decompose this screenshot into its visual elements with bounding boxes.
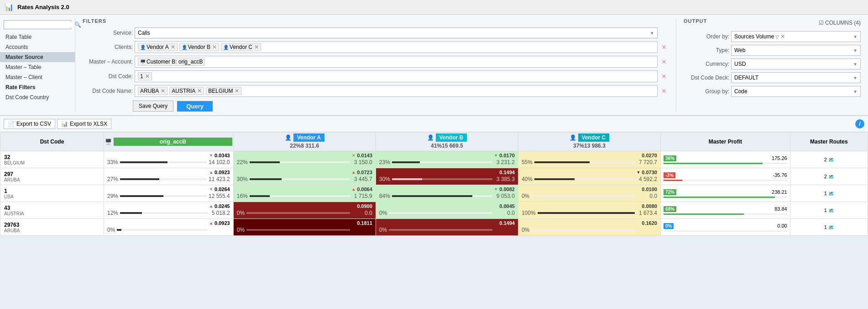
col-header-orig: 🖥️ orig_accB (104, 133, 233, 151)
order-by-label: Order by: (684, 33, 729, 40)
type-select[interactable]: Web ▼ (731, 45, 861, 56)
client-tag-vendor-c: 👤Vendor C✕ (221, 43, 261, 51)
table-row: 43AUSTRIA ▲ 0.0245 12% 5 018.2 0.0900 0%… (0, 202, 868, 219)
dst-code-deck-select[interactable]: DEFAULT ▼ (731, 72, 861, 83)
table-wrapper: Dst Code 🖥️ orig_accB 👤 Vendor A (0, 132, 868, 236)
dst-code-cell: 32BELGIUM (0, 151, 104, 168)
app-icon: 📊 (5, 3, 14, 11)
dst-code-label: Dst Code: (83, 73, 133, 80)
dst-code-name-clear-icon[interactable]: ✕ (659, 87, 669, 95)
export-csv-button[interactable]: 📄 Export to CSV (4, 119, 55, 129)
sort-remove-icon[interactable]: ✕ (780, 33, 785, 40)
currency-select[interactable]: USD ▼ (731, 59, 861, 69)
master-profit-cell: -3% -35.76 (660, 168, 790, 185)
sidebar-item-rate-table[interactable]: Rate Table (0, 32, 75, 42)
dst-code-clear-icon[interactable]: ✕ (659, 73, 669, 80)
order-by-dropdown-arrow: ▼ (853, 34, 858, 39)
query-button[interactable]: Query (177, 101, 213, 112)
vendor-b-rate-cell: 0.1494 30% 3 385.3 (376, 168, 518, 185)
dst-code-deck-dropdown-arrow: ▼ (853, 75, 858, 80)
dst-code-cell: 43AUSTRIA (0, 202, 104, 219)
remove-dst-code[interactable]: ✕ (145, 73, 150, 80)
clients-field: 👤Vendor A✕ 👤Vendor B✕ 👤Vendor C✕ (135, 41, 658, 53)
vendor-b-rate-cell: 0.0045 0% 0.0 (376, 202, 518, 219)
dst-code-cell: 1USA (0, 185, 104, 202)
master-account-tag: 🖥️Customer B: orig_accB (138, 58, 205, 66)
master-profit-cell: 68% 83.84 (660, 202, 790, 219)
vendor-c-rate-cell: ▼ 0.0730 40% 4 592.2 (518, 168, 660, 185)
table-row: 297ARUBA ▲ 0.0923 27% 11 423.2 ▲ 0.0723 … (0, 168, 868, 185)
info-button[interactable]: i (855, 119, 864, 128)
dst-name-austria: AUSTRIA✕ (169, 87, 204, 95)
clients-label: Clients: (83, 44, 133, 50)
master-routes-cell: 1 🗺️ (790, 202, 868, 219)
orig-rate-cell: ▲ 0.0923 0% (104, 219, 233, 236)
filter-row-dst-code-name: Dst Code Name: ARUBA✕ AUSTRIA✕ BELGIUM✕ … (83, 85, 669, 97)
remove-austria[interactable]: ✕ (197, 88, 202, 94)
col-header-master-profit: Master Profit (660, 133, 790, 151)
vendor-c-rate-cell: 0.0080 100% 1 673.4 (518, 202, 660, 219)
sidebar-item-master-source[interactable]: Master Source (0, 52, 75, 62)
filter-row-dst-code: Dst Code: 1✕ ✕ (83, 70, 669, 82)
dst-code-deck-label: Dst Code Deck: (684, 75, 729, 81)
service-label: Service: (83, 30, 133, 36)
output-section: OUTPUT ☑ COLUMNS (4) Order by: Sources V… (676, 18, 868, 112)
export-xlsx-button[interactable]: 📊 Export to XLSX (57, 119, 111, 129)
vendor-c-rate-cell: 0.1620 0% (518, 219, 660, 236)
output-row-order-by: Order by: Sources Volume ▽ ✕ ▼ (684, 31, 861, 42)
filter-row-master-account: Master – Account: 🖥️Customer B: orig_acc… (83, 56, 669, 68)
clients-clear-icon[interactable]: ✕ (659, 43, 669, 51)
type-label: Type: (684, 47, 729, 53)
filters-section: FILTERS Service: Calls ▼ ✕ Clients: 👤Ven… (75, 18, 676, 112)
client-tag-vendor-a: 👤Vendor A✕ (138, 43, 178, 51)
master-routes-cell: 1 🗺️ (790, 185, 868, 202)
vendor-a-rate-cell: ✕ 0.0143 22% 3 150.0 (233, 151, 376, 168)
output-row-currency: Currency: USD ▼ (684, 59, 861, 69)
sidebar-item-master-client[interactable]: Master – Client (0, 72, 75, 82)
sidebar-item-master-table[interactable]: Master – Table (0, 62, 75, 72)
master-account-field: 🖥️Customer B: orig_accB (135, 56, 658, 68)
master-account-clear-icon[interactable]: ✕ (659, 58, 669, 65)
master-account-label: Master – Account: (83, 59, 133, 65)
remove-vendor-b[interactable]: ✕ (212, 44, 217, 50)
remove-aruba[interactable]: ✕ (161, 88, 165, 94)
order-by-select[interactable]: Sources Volume ▽ ✕ ▼ (731, 31, 861, 42)
csv-icon: 📄 (8, 121, 15, 127)
sort-desc-icon: ▽ (775, 34, 779, 39)
vendor-b-label: Vendor B (436, 133, 467, 142)
orig-col-label: orig_accB (114, 138, 232, 146)
remove-belgium[interactable]: ✕ (235, 88, 239, 94)
master-profit-cell: 0% 0.00 (660, 219, 790, 236)
filters-title: FILTERS (83, 18, 669, 24)
group-by-select[interactable]: Code ▼ (731, 86, 861, 97)
currency-label: Currency: (684, 61, 729, 67)
sidebar-item-dst-code-country[interactable]: Dst Code Country (0, 92, 75, 102)
vendor-b-rate-cell: ▼ 0.0170 23% 3 231.2 (376, 151, 518, 168)
dst-code-field: 1✕ (135, 70, 658, 82)
vendor-b-rate-cell: 0.1494 0% (376, 219, 518, 236)
vendor-c-icon: 👤 (570, 134, 576, 141)
sidebar-item-accounts[interactable]: Accounts (0, 42, 75, 52)
client-tag-vendor-b: 👤Vendor B✕ (179, 43, 219, 51)
search-input[interactable] (6, 21, 74, 28)
vendor-c-label: Vendor C (578, 133, 610, 142)
orig-rate-cell: ▲ 0.0245 12% 5 018.2 (104, 202, 233, 219)
col-header-vendor-c: 👤 Vendor C 37% 13 986.3 (518, 133, 660, 151)
orig-rate-cell: ▼ 0.0264 29% 12 555.4 (104, 185, 233, 202)
data-table: Dst Code 🖥️ orig_accB 👤 Vendor A (0, 132, 868, 236)
output-row-dst-code-deck: Dst Code Deck: DEFAULT ▼ (684, 72, 861, 83)
filter-actions: Save Query Query (83, 101, 669, 112)
orig-col-icon: 🖥️ (105, 139, 112, 145)
remove-vendor-a[interactable]: ✕ (171, 44, 175, 50)
columns-label: COLUMNS (4) (825, 20, 861, 26)
output-title: OUTPUT (684, 18, 707, 24)
vendor-a-rate-cell: ▲ 0.0064 16% 1 715.9 (233, 185, 376, 202)
dst-code-cell: 297ARUBA (0, 168, 104, 185)
remove-vendor-c[interactable]: ✕ (254, 44, 259, 50)
search-box[interactable]: 🔍 (4, 20, 71, 29)
col-header-master-routes: Master Routes (790, 133, 868, 151)
save-query-button[interactable]: Save Query (133, 101, 173, 112)
dst-code-name-field: ARUBA✕ AUSTRIA✕ BELGIUM✕ (135, 85, 658, 97)
service-select[interactable]: Calls ▼ (135, 27, 658, 38)
dst-code-cell: 29763ARUBA (0, 219, 104, 236)
